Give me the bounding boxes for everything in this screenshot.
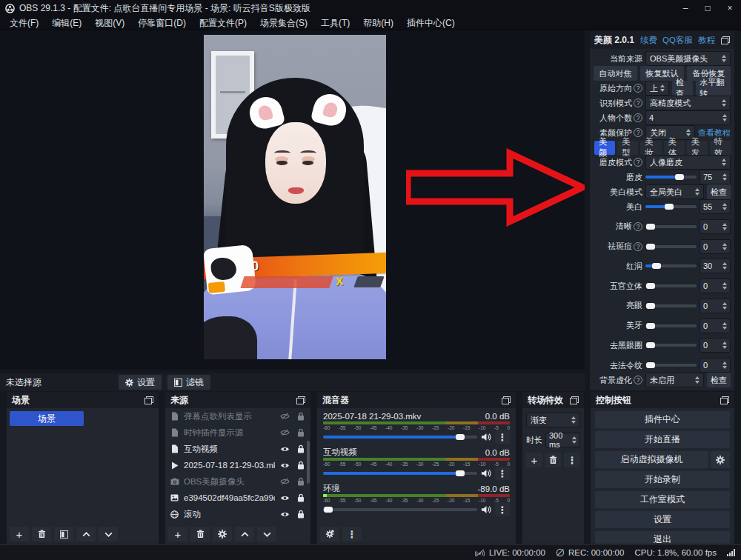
beauty-slider-value[interactable]: 0: [700, 239, 731, 254]
scene-filters-button[interactable]: [54, 527, 73, 541]
slider-handle[interactable]: [324, 507, 333, 513]
beauty-header-link[interactable]: QQ客服: [662, 35, 693, 46]
spinner-arrows-icon[interactable]: [722, 341, 727, 349]
visibility-toggle[interactable]: [279, 495, 290, 501]
beauty-tab[interactable]: 美型: [617, 141, 638, 155]
volume-slider[interactable]: [323, 508, 477, 511]
help-icon[interactable]: [634, 376, 642, 384]
source-properties-button[interactable]: [213, 527, 232, 541]
control-button[interactable]: 开始直播: [595, 431, 730, 448]
current-source-select[interactable]: OBS美颜摄像头: [645, 51, 731, 66]
beauty-slider[interactable]: [645, 264, 697, 267]
scrollbar[interactable]: [307, 441, 310, 484]
remove-scene-button[interactable]: [32, 527, 51, 541]
beauty-slider-value[interactable]: 30: [700, 259, 731, 273]
beauty-tab[interactable]: 特效: [710, 141, 731, 155]
spinner-arrows-icon[interactable]: [722, 302, 727, 310]
orientation-check-button[interactable]: 检查: [672, 81, 693, 96]
source-list-item[interactable]: e394502df49aa5fc2a99cd2e7c: [165, 490, 310, 506]
spinner-arrows-icon[interactable]: [722, 243, 727, 250]
orientation-select[interactable]: 上: [645, 81, 669, 96]
menu-item[interactable]: 停靠窗口(D): [131, 16, 193, 30]
speaker-icon[interactable]: [481, 505, 491, 514]
speaker-icon[interactable]: [481, 469, 491, 478]
channel-menu-button[interactable]: ⋮: [495, 467, 510, 480]
maximize-button[interactable]: □: [697, 0, 719, 16]
popout-icon[interactable]: [720, 396, 729, 404]
add-transition-button[interactable]: +: [526, 453, 542, 467]
transition-duration-spinner[interactable]: 300 ms: [545, 433, 580, 447]
transition-type-select[interactable]: 渐变: [526, 413, 580, 427]
control-button[interactable]: 插件中心: [595, 411, 730, 428]
beauty-slider[interactable]: [645, 245, 697, 248]
slider-handle[interactable]: [456, 470, 465, 476]
beauty-tab[interactable]: 美发: [687, 141, 708, 155]
preview-canvas[interactable]: 0 X: [0, 30, 585, 370]
minimize-button[interactable]: –: [674, 0, 697, 16]
virtual-cam-config-button[interactable]: [711, 451, 730, 468]
spinner-arrows-icon[interactable]: [722, 361, 727, 369]
add-source-button[interactable]: +: [168, 527, 187, 541]
whiten-check-button[interactable]: 检查: [707, 184, 731, 199]
advanced-audio-button[interactable]: [320, 527, 339, 541]
add-scene-button[interactable]: +: [10, 527, 29, 541]
beauty-action-button[interactable]: 自动对焦: [594, 66, 637, 81]
smooth-mode-select[interactable]: 人像磨皮: [645, 155, 731, 170]
bg-blur-check-button[interactable]: 检查: [707, 373, 731, 387]
visibility-toggle[interactable]: [279, 511, 290, 518]
menu-item[interactable]: 配置文件(P): [193, 16, 253, 30]
menu-item[interactable]: 编辑(E): [45, 16, 88, 30]
popout-icon[interactable]: [570, 396, 579, 404]
lock-toggle[interactable]: [295, 428, 306, 437]
beauty-slider-value[interactable]: 75: [700, 170, 731, 184]
lock-toggle[interactable]: [295, 444, 306, 453]
lock-toggle[interactable]: [295, 477, 306, 486]
lock-toggle[interactable]: [295, 412, 306, 421]
remove-source-button[interactable]: [190, 527, 210, 541]
slider-handle[interactable]: [665, 204, 674, 210]
beauty-slider-value[interactable]: 0: [700, 219, 731, 234]
source-move-down-button[interactable]: [257, 527, 276, 541]
visibility-toggle[interactable]: [279, 478, 290, 485]
source-settings-button[interactable]: 设置: [119, 375, 162, 390]
source-list-item[interactable]: 弹幕点歌列表显示: [165, 408, 310, 424]
beauty-slider[interactable]: [645, 225, 697, 228]
beauty-tab[interactable]: 美体: [664, 141, 685, 155]
scene-move-up-button[interactable]: [76, 527, 96, 541]
beauty-slider-value[interactable]: 0: [700, 299, 731, 313]
beauty-tab[interactable]: 美颜: [594, 141, 615, 155]
beauty-tab[interactable]: 美妆: [640, 141, 661, 155]
help-icon[interactable]: [634, 128, 642, 137]
help-icon[interactable]: [634, 242, 642, 251]
beauty-header-link[interactable]: 教程: [698, 35, 715, 46]
menu-item[interactable]: 场景集合(S): [253, 16, 314, 30]
slider-handle[interactable]: [456, 434, 465, 440]
slider-handle[interactable]: [675, 174, 684, 180]
transition-menu-button[interactable]: ⋮: [564, 453, 580, 467]
beauty-slider-value[interactable]: 55: [700, 199, 731, 214]
channel-menu-button[interactable]: ⋮: [495, 503, 510, 516]
control-button[interactable]: 开始录制: [595, 471, 730, 488]
beauty-slider[interactable]: [645, 364, 697, 367]
slider-handle[interactable]: [646, 283, 655, 289]
spinner-arrows-icon[interactable]: [572, 436, 576, 444]
beauty-slider-value[interactable]: 0: [700, 338, 731, 353]
channel-menu-button[interactable]: ⋮: [495, 430, 510, 444]
menu-item[interactable]: 插件中心(C): [400, 16, 462, 30]
scene-list-item[interactable]: 场景: [10, 411, 84, 426]
control-button[interactable]: 退出: [595, 531, 730, 544]
person-count-spinner[interactable]: 4: [645, 110, 731, 125]
popout-icon[interactable]: [144, 396, 153, 404]
beauty-slider-value[interactable]: 0: [700, 279, 731, 293]
source-list-item[interactable]: 时钟插件显示源: [165, 424, 310, 441]
help-icon[interactable]: [634, 222, 642, 231]
beauty-slider[interactable]: [645, 324, 697, 327]
source-filters-button[interactable]: 滤镜: [167, 375, 210, 390]
menu-item[interactable]: 帮助(H): [356, 16, 400, 30]
menu-item[interactable]: 工具(T): [314, 16, 356, 30]
beauty-slider-value[interactable]: 0: [700, 319, 731, 333]
slider-handle[interactable]: [646, 244, 655, 250]
beauty-slider[interactable]: [645, 304, 697, 307]
help-icon[interactable]: [634, 158, 642, 167]
popout-icon[interactable]: [502, 396, 511, 404]
